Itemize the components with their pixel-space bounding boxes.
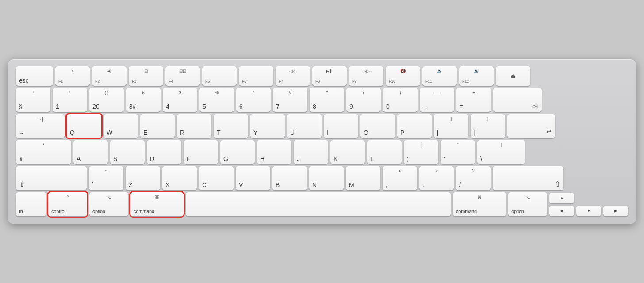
keyboard: esc ☀ F1 ☀ F2 ⊞ F3 ⊟⊟ F4 F5 F6 ◁◁ F7 ▶⏸ bbox=[8, 59, 636, 224]
key-y[interactable]: Y bbox=[250, 114, 285, 138]
key-w[interactable]: W bbox=[104, 114, 138, 138]
arrow-cluster: ▲ ◀ ▼ ▶ bbox=[549, 193, 628, 216]
key-period[interactable]: > . bbox=[419, 166, 454, 190]
key-f1[interactable]: ☀ F1 bbox=[55, 66, 90, 86]
key-arrow-up[interactable]: ▲ bbox=[549, 193, 574, 203]
key-esc[interactable]: esc bbox=[16, 66, 53, 86]
key-lcontrol[interactable]: ^ control bbox=[48, 192, 87, 216]
key-n[interactable]: N bbox=[309, 166, 344, 190]
key-f4[interactable]: ⊟⊟ F4 bbox=[165, 66, 200, 86]
asdf-row: • ⇪ A S D F G H J K L : ; bbox=[16, 140, 628, 164]
bottom-row: fn ^ control ⌥ option ⌘ command ⌘ comman… bbox=[16, 192, 628, 216]
key-r[interactable]: R bbox=[177, 114, 211, 138]
key-lcommand[interactable]: ⌘ command bbox=[130, 192, 184, 216]
key-4[interactable]: $ 4 bbox=[163, 88, 197, 112]
key-b[interactable]: B bbox=[272, 166, 307, 190]
key-f5[interactable]: F5 bbox=[202, 66, 237, 86]
key-eject[interactable]: ⏏ bbox=[496, 66, 530, 86]
key-3[interactable]: £ 3# bbox=[126, 88, 161, 112]
key-loption[interactable]: ⌥ option bbox=[89, 192, 128, 216]
key-f10[interactable]: 🔇 F10 bbox=[386, 66, 420, 86]
key-o[interactable]: O bbox=[360, 114, 395, 138]
key-f3[interactable]: ⊞ F3 bbox=[129, 66, 163, 86]
key-space[interactable] bbox=[186, 192, 451, 216]
key-f11[interactable]: 🔉 F11 bbox=[422, 66, 457, 86]
arrow-top-row: ▲ bbox=[549, 193, 628, 203]
key-p[interactable]: P bbox=[397, 114, 432, 138]
key-e[interactable]: E bbox=[140, 114, 175, 138]
key-arrow-down[interactable]: ▼ bbox=[576, 206, 601, 216]
key-semicolon[interactable]: : ; bbox=[404, 140, 438, 164]
key-backslash[interactable]: | \ bbox=[477, 140, 525, 164]
key-l[interactable]: L bbox=[367, 140, 402, 164]
key-grave[interactable]: ~ ` bbox=[89, 166, 123, 190]
key-rcommand[interactable]: ⌘ command bbox=[453, 192, 506, 216]
key-x[interactable]: X bbox=[162, 166, 197, 190]
key-f9[interactable]: ▷▷ F9 bbox=[349, 66, 383, 86]
key-delete[interactable]: ⌫ bbox=[493, 88, 542, 112]
key-m[interactable]: M bbox=[346, 166, 380, 190]
key-s[interactable]: S bbox=[110, 140, 145, 164]
key-roption[interactable]: ⌥ option bbox=[508, 192, 547, 216]
key-quote[interactable]: " ' bbox=[441, 140, 475, 164]
key-rshift[interactable]: ⇧ bbox=[493, 166, 564, 190]
key-arrow-right[interactable]: ▶ bbox=[603, 206, 628, 216]
key-j[interactable]: J bbox=[294, 140, 328, 164]
fn-row: esc ☀ F1 ☀ F2 ⊞ F3 ⊟⊟ F4 F5 F6 ◁◁ F7 ▶⏸ bbox=[16, 66, 628, 86]
key-fn[interactable]: fn bbox=[16, 192, 46, 216]
arrow-bottom-row: ◀ ▼ ▶ bbox=[549, 206, 628, 216]
key-arrow-left[interactable]: ◀ bbox=[549, 206, 574, 216]
key-a[interactable]: A bbox=[73, 140, 108, 164]
key-equals[interactable]: + = bbox=[456, 88, 491, 112]
zxcv-row: ⇧ ~ ` Z X C V B N M < , > bbox=[16, 166, 628, 190]
key-capslock[interactable]: • ⇪ bbox=[16, 140, 71, 164]
key-minus[interactable]: — – bbox=[420, 88, 454, 112]
key-d[interactable]: D bbox=[147, 140, 181, 164]
key-tab[interactable]: →| → bbox=[16, 114, 65, 138]
key-6[interactable]: ^ 6 bbox=[236, 88, 271, 112]
key-z[interactable]: Z bbox=[126, 166, 160, 190]
key-lshift[interactable]: ⇧ bbox=[16, 166, 87, 190]
key-5[interactable]: % 5 bbox=[199, 88, 234, 112]
key-slash[interactable]: ? / bbox=[456, 166, 491, 190]
key-i[interactable]: I bbox=[324, 114, 358, 138]
key-h[interactable]: H bbox=[257, 140, 291, 164]
key-f6[interactable]: F6 bbox=[239, 66, 273, 86]
key-c[interactable]: C bbox=[199, 166, 234, 190]
key-rbracket[interactable]: } ] bbox=[471, 114, 505, 138]
key-f12[interactable]: 🔊 F12 bbox=[459, 66, 494, 86]
key-f[interactable]: F bbox=[184, 140, 218, 164]
key-u[interactable]: U bbox=[287, 114, 322, 138]
key-0[interactable]: ) 0 bbox=[383, 88, 418, 112]
key-8[interactable]: * 8 bbox=[310, 88, 344, 112]
key-f8[interactable]: ▶⏸ F8 bbox=[312, 66, 347, 86]
key-2[interactable]: @ 2€ bbox=[89, 88, 124, 112]
key-g[interactable]: G bbox=[220, 140, 255, 164]
key-v[interactable]: V bbox=[236, 166, 270, 190]
key-comma[interactable]: < , bbox=[383, 166, 417, 190]
key-7[interactable]: & 7 bbox=[273, 88, 307, 112]
key-lbracket[interactable]: { [ bbox=[434, 114, 468, 138]
key-f7[interactable]: ◁◁ F7 bbox=[276, 66, 310, 86]
key-q[interactable]: Q bbox=[67, 114, 101, 138]
key-return[interactable]: ↵ bbox=[507, 114, 555, 138]
key-t[interactable]: T bbox=[214, 114, 248, 138]
qwerty-row: →| → Q W E R T Y U I O P bbox=[16, 114, 628, 138]
key-f2[interactable]: ☀ F2 bbox=[92, 66, 126, 86]
key-9[interactable]: ( 9 bbox=[346, 88, 381, 112]
key-k[interactable]: K bbox=[330, 140, 365, 164]
key-section[interactable]: ± § bbox=[16, 88, 50, 112]
number-row: ± § ! 1 @ 2€ £ 3# $ 4 % 5 ^ 6 & 7 bbox=[16, 88, 628, 112]
key-1[interactable]: ! 1 bbox=[53, 88, 87, 112]
